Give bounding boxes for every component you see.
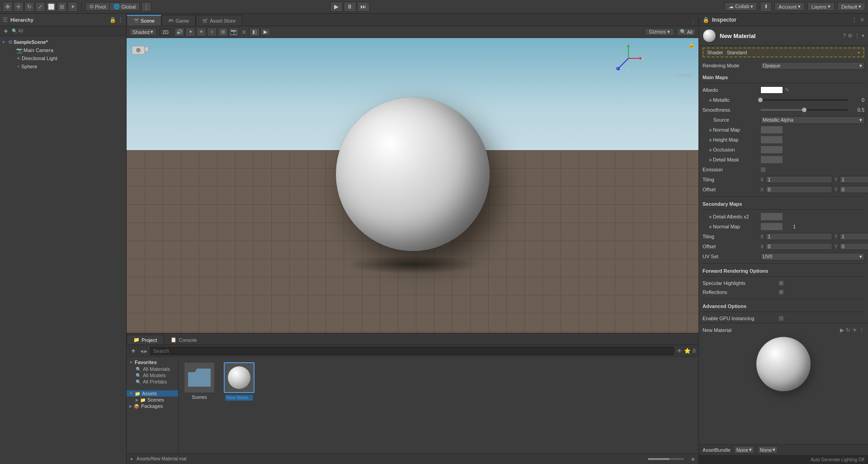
zoom-slider[interactable] [648,458,684,460]
pivot-btn[interactable]: ⊙ Pivot [85,2,110,11]
assets-folder-root[interactable]: ▼ 📁 Assets [127,390,178,397]
camera-tool[interactable]: 📷 [229,28,239,37]
reflections-checkbox[interactable] [778,289,784,295]
overflow-icon[interactable]: ⋮ [854,33,860,39]
move-tool-btn[interactable]: ✛ [14,2,24,12]
vfx-tool[interactable]: ✦ [185,28,195,37]
shaded-dropdown[interactable]: Shaded ▾ [129,28,156,36]
play-btn[interactable]: ▶ [330,2,343,12]
normal-map-slot[interactable] [760,126,783,134]
favorites-header[interactable]: ▼ Favorites [127,359,178,366]
scene-more-btn[interactable]: ⋮ [120,40,124,45]
snap-btn[interactable]: ⋮ [142,2,151,12]
custom-tool-btn[interactable]: ✦ [68,2,78,12]
x-close[interactable]: ✕ [241,28,247,36]
gizmos-btn[interactable]: Gizmos ▾ [645,28,674,36]
transform-tool-btn[interactable]: ⊞ [57,2,67,12]
sec-offset-x-input[interactable] [765,243,832,250]
fav-all-materials[interactable]: 🔍 All Materials [127,366,178,372]
assets-folder-packages[interactable]: ▶ 📦 Packages [127,403,178,409]
metallic-slider[interactable]: 0 [760,97,864,103]
rendering-mode-dropdown[interactable]: Opaque ▾ [760,62,864,70]
layers-dropdown[interactable]: Layers ▾ [807,2,835,11]
more-options-icon[interactable]: ⋮ [118,17,123,23]
inspector-close-icon[interactable]: ✕ [860,17,864,23]
shader-dropdown-icon[interactable]: ▾ [858,50,860,55]
cloud-btn[interactable]: ⬆ [760,2,772,12]
asset-new-material[interactable]: New Mater... [222,360,256,402]
scale-tool-btn[interactable]: ⤢ [35,2,45,12]
scene-gizmo[interactable]: Y X Z [613,43,644,74]
albedo-swatch[interactable] [760,86,783,94]
rect-tool-btn[interactable]: ⬜ [46,2,56,12]
tiling-y-input[interactable] [840,176,868,183]
play-preview-btn[interactable]: ▶ [840,327,844,333]
smoothness-thumb[interactable] [802,108,807,112]
detail-mask-slot[interactable] [760,156,783,164]
hier-item-light[interactable]: ☀ Directional Light [0,54,126,62]
tab-scene[interactable]: 🎬 Scene [127,15,161,26]
layout-dropdown[interactable]: Default ▾ [837,2,865,11]
tab-asset-store[interactable]: 🛒 Asset Store [196,15,242,26]
all-filter[interactable]: 🔍 All [677,28,696,36]
audio-tool[interactable]: 🔊 [175,28,184,37]
project-add-btn[interactable]: + [129,347,137,355]
options-preview-btn[interactable]: ⋮ [859,327,864,333]
help-icon[interactable]: ? [843,33,846,39]
rotate-tool-btn[interactable]: ↻ [24,2,34,12]
eye-icon[interactable]: 👁 [677,348,682,354]
hier-item-sphere[interactable]: ⚬ Sphere [0,62,126,71]
cam-dropdown[interactable]: ▶ [260,28,270,36]
back-btn[interactable]: ◂ [140,347,143,355]
lock-icon[interactable]: 🔒 [109,17,116,23]
tiling-x-input[interactable] [765,176,832,183]
metallic-thumb[interactable] [758,98,763,102]
sun-preview-btn[interactable]: ☀ [852,327,857,333]
fav-all-models[interactable]: 🔍 All Models [127,372,178,379]
source-dropdown[interactable]: Metallic Alpha ▾ [760,116,864,124]
hier-item-camera[interactable]: 📷 Main Camera [0,46,126,54]
tabs-more-btn[interactable]: ⋮ [691,20,696,26]
asset-bundle-dropdown-2[interactable]: None ▾ [758,446,778,454]
sec-normal-slot[interactable] [760,223,783,231]
layers-tool[interactable]: 0 [207,28,217,37]
gpu-instancing-checkbox[interactable] [778,316,784,321]
height-map-slot[interactable] [760,136,783,144]
assets-folder-scenes[interactable]: ▶ 📁 Scenes [127,397,178,403]
collab-btn[interactable]: ☁ Collab ▾ [725,2,757,11]
tab-project[interactable]: 📁 Project [127,335,164,345]
sec-tiling-x-input[interactable] [765,233,832,240]
inspector-more-icon[interactable]: ⋮ [852,17,857,23]
asset-bundle-dropdown-1[interactable]: None ▾ [734,446,754,454]
settings-icon[interactable]: ⚙ [848,33,853,39]
global-btn[interactable]: 🌐 Global [110,2,140,11]
viewport-lock-icon[interactable]: 🔒 [688,42,695,48]
2d-toggle[interactable]: 2D [159,28,172,36]
forward-btn[interactable]: ▸ [144,347,147,355]
project-search-input[interactable] [150,347,674,355]
step-btn[interactable]: ⏭ [357,2,370,12]
account-dropdown[interactable]: Account ▾ [774,2,805,11]
hier-item-samplescene[interactable]: ▼ ⚙ SampleScene* ⋮ [0,38,126,46]
sec-offset-y-input[interactable] [840,243,868,250]
sec-tiling-y-input[interactable] [840,233,868,240]
pause-btn[interactable]: ⏸ [344,2,356,12]
viewport[interactable]: Y X Z < Persp 🔒 [127,38,698,333]
inspector-lock-icon[interactable]: 🔒 [703,17,709,23]
specular-checkbox[interactable] [778,280,784,286]
uv-set-dropdown[interactable]: UV0 ▾ [760,253,864,260]
occlusion-slot[interactable] [760,146,783,154]
fav-all-prefabs[interactable]: 🔍 All Prefabs [127,379,178,385]
dropdown-icon[interactable]: ▾ [862,33,864,39]
rotate-preview-btn[interactable]: ↻ [846,327,850,333]
smoothness-slider[interactable]: 0.5 [760,107,864,113]
star-icon[interactable]: ⭐ [684,348,691,354]
tab-console[interactable]: 📋 Console [164,335,203,345]
asset-scenes[interactable]: Scenes [182,360,217,402]
emission-checkbox[interactable] [760,167,766,172]
color-picker-icon[interactable]: ✎ [785,87,789,93]
offset-y-input[interactable] [840,186,868,193]
sun-tool[interactable]: ☀ [196,28,206,37]
inspector-scroll[interactable]: New Material ? ⚙ ⋮ ▾ Shader Standard ▾ R… [699,26,868,444]
offset-x-input[interactable] [765,186,832,193]
